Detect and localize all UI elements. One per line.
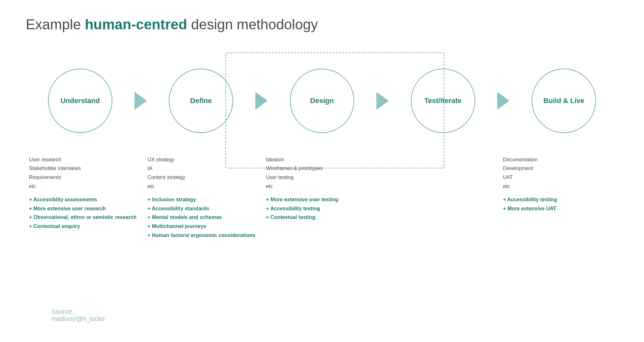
- arrow-icon-3: [376, 92, 389, 110]
- circle-label-test-iterate: Test/Iterate: [421, 96, 465, 106]
- stage-design: Design: [268, 69, 376, 133]
- arrow-4: [497, 92, 509, 110]
- circle-label-design: Design: [307, 96, 337, 106]
- circle-understand: Understand: [48, 69, 112, 133]
- stage-define: Define: [147, 69, 256, 133]
- page-title: Example human-centred design methodology: [26, 16, 618, 33]
- define-normal: UX strategy IA Content strategy etc: [147, 156, 260, 190]
- content-understand: User research Stakeholder interviews Req…: [26, 156, 144, 240]
- circle-label-understand: Understand: [57, 96, 103, 106]
- build-bold: + Accessibility testing + More extensive…: [503, 195, 615, 213]
- stage-test-iterate: Test/Iterate: [389, 69, 497, 133]
- source-label: Source: medium/@h_locke: [52, 308, 105, 323]
- content-design: Ideation Wireframes & prototypes User te…: [263, 156, 381, 240]
- circles-row: Understand Define Design: [26, 52, 618, 149]
- arrow-3: [376, 92, 389, 110]
- content-test-iterate: [381, 156, 500, 240]
- circle-build-live: Build & Live: [532, 69, 596, 133]
- build-normal: Documentation Development UAT etc: [503, 156, 615, 190]
- circle-define: Define: [169, 69, 233, 133]
- stage-understand: Understand: [26, 69, 135, 133]
- content-define: UX strategy IA Content strategy etc + In…: [144, 156, 263, 240]
- understand-normal: User research Stakeholder interviews Req…: [29, 156, 141, 190]
- content-row: User research Stakeholder interviews Req…: [26, 156, 618, 240]
- page-container: Example human-centred design methodology…: [0, 0, 644, 342]
- define-bold: + Inclusion strategy + Accessibility sta…: [147, 195, 260, 239]
- arrow-icon-2: [255, 92, 268, 110]
- circle-label-define: Define: [187, 96, 215, 106]
- design-bold: + More extensive user testing + Accessib…: [266, 195, 378, 222]
- arrow-1: [135, 92, 147, 110]
- content-build-live: Documentation Development UAT etc + Acce…: [500, 156, 618, 240]
- stage-build-live: Build & Live: [509, 69, 618, 133]
- circle-label-build-live: Build & Live: [540, 96, 588, 106]
- arrow-2: [255, 92, 268, 110]
- understand-bold: + Accessibilty assessments + More extens…: [29, 195, 141, 230]
- arrow-icon-1: [135, 92, 147, 110]
- arrow-icon-4: [497, 92, 509, 110]
- design-normal: Ideation Wireframes & prototypes User te…: [266, 156, 378, 190]
- circle-design: Design: [290, 69, 354, 133]
- circle-test-iterate: Test/Iterate: [411, 69, 475, 133]
